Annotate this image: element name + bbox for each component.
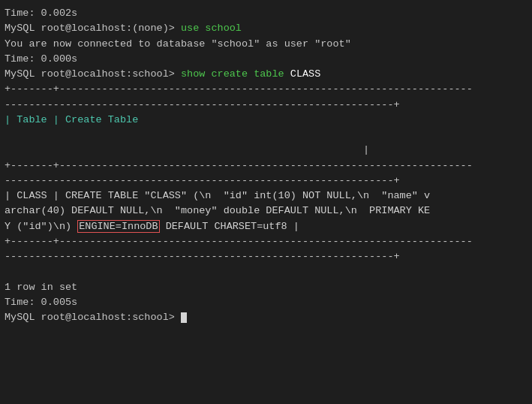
line-sep2: +-------+-------------------------------… (5, 158, 527, 173)
line-prompt1: MySQL root@localhost:(none)> use school (5, 21, 527, 36)
line-sep1: +-------+-------------------------------… (5, 82, 527, 97)
line-final-prompt: MySQL root@localhost:school> (5, 310, 527, 325)
cursor (181, 312, 187, 323)
line-pipe1: | (5, 143, 527, 158)
line-time3: Time: 0.005s (5, 295, 527, 310)
line-time2: Time: 0.000s (5, 52, 527, 67)
line-prompt2: MySQL root@localhost:school> show create… (5, 67, 527, 82)
line-sep3b: ----------------------------------------… (5, 249, 527, 264)
line-header: | Table | Create Table (5, 113, 527, 128)
line-time1: Time: 0.002s (5, 6, 527, 21)
terminal-window: Time: 0.002s MySQL root@localhost:(none)… (5, 6, 527, 398)
line-connected: You are now connected to database "schoo… (5, 37, 527, 52)
line-data1: | CLASS | CREATE TABLE "CLASS" (\n "id" … (5, 188, 527, 204)
line-sep1b: ----------------------------------------… (5, 98, 527, 113)
line-blank1 (5, 128, 527, 143)
line-sep2b: ----------------------------------------… (5, 173, 527, 188)
line-blank2 (5, 264, 527, 279)
line-sep3: +-------+-------------------------------… (5, 234, 527, 249)
line-data3: Y ("id")\n) ENGINE=InnoDB DEFAULT CHARSE… (5, 219, 527, 234)
engine-highlight: ENGINE=InnoDB (77, 220, 159, 233)
line-rowcount: 1 row in set (5, 280, 527, 295)
line-data2: archar(40) DEFAULT NULL,\n "money" doubl… (5, 204, 527, 219)
